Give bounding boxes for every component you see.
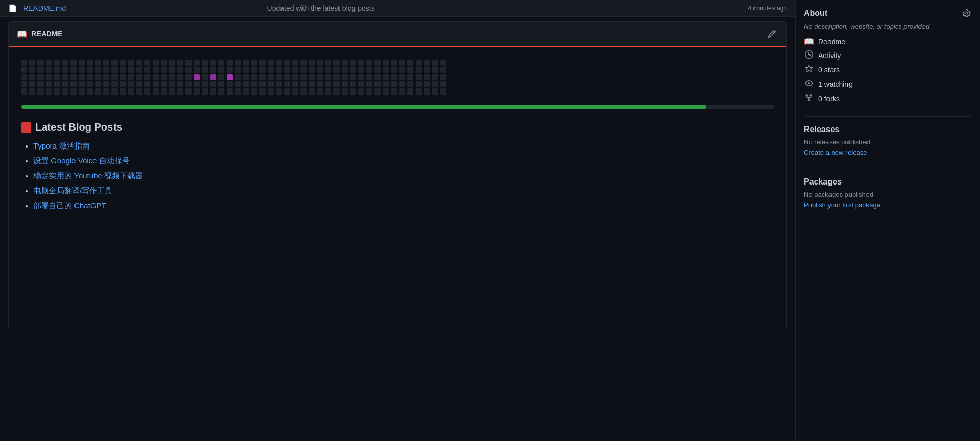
- readme-link-row[interactable]: 📖 Readme: [804, 36, 972, 46]
- dot-cell: [185, 81, 192, 87]
- dot-cell: [325, 81, 331, 87]
- dot-cell: [227, 67, 233, 73]
- star-icon: [804, 65, 814, 75]
- watching-link[interactable]: 1 watching: [818, 80, 853, 88]
- about-settings-button[interactable]: [962, 8, 972, 19]
- dot-cell: [366, 67, 372, 73]
- dot-cell: [87, 60, 93, 66]
- sidebar-divider-2: [804, 169, 972, 169]
- dot-cell: [268, 74, 274, 80]
- dot-cell: [251, 67, 257, 73]
- blog-list-item: 电脑全局翻译/写作工具: [33, 186, 774, 196]
- dot-cell: [185, 60, 192, 66]
- dot-cell: [79, 74, 85, 80]
- dot-cell: [218, 88, 224, 95]
- dot-cell: [54, 67, 60, 73]
- dot-cell: [292, 67, 298, 73]
- dot-cell: [70, 88, 77, 95]
- dot-cell: [29, 88, 35, 95]
- dot-cell: [153, 74, 159, 80]
- dot-cell: [161, 60, 167, 66]
- dot-cell: [416, 67, 422, 73]
- dot-cell: [284, 60, 290, 66]
- dot-cell: [235, 81, 241, 87]
- dot-cell: [227, 60, 233, 66]
- dot-cell: [358, 81, 364, 87]
- dot-cell: [128, 74, 134, 80]
- dot-cell: [46, 60, 52, 66]
- dot-cell: [120, 67, 126, 73]
- blog-icon: [21, 122, 31, 133]
- file-name[interactable]: README.md: [23, 4, 261, 12]
- forks-link[interactable]: 0 forks: [818, 95, 840, 103]
- dot-cell: [87, 81, 93, 87]
- dot-cell: [144, 67, 150, 73]
- activity-link[interactable]: Activity: [818, 51, 841, 60]
- blog-post-link[interactable]: 电脑全局翻译/写作工具: [33, 186, 112, 195]
- dot-cell: [292, 88, 298, 95]
- blog-section-title: Latest Blog Posts: [21, 121, 774, 133]
- dot-cell: [432, 88, 438, 95]
- blog-post-link[interactable]: Typora 激活指南: [33, 141, 90, 150]
- dot-cell: [284, 74, 290, 80]
- dot-cell: [194, 81, 200, 87]
- activity-link-row[interactable]: Activity: [804, 50, 972, 61]
- dot-cell: [399, 67, 405, 73]
- blog-list: Typora 激活指南设置 Google Voice 自动保号稳定实用的 You…: [21, 141, 774, 211]
- dot-cell: [317, 60, 323, 66]
- dot-cell: [309, 74, 315, 80]
- create-release-link[interactable]: Create a new release: [804, 149, 868, 156]
- dot-cell: [391, 81, 397, 87]
- dot-cell: [416, 74, 422, 80]
- blog-post-link[interactable]: 设置 Google Voice 自动保号: [33, 156, 130, 165]
- dot-cell: [407, 88, 413, 95]
- blog-list-item: 部署自己的 ChatGPT: [33, 201, 774, 211]
- watching-link-row[interactable]: 1 watching: [804, 79, 972, 89]
- dot-cell: [95, 74, 101, 80]
- dot-cell: [153, 60, 159, 66]
- blog-post-link[interactable]: 部署自己的 ChatGPT: [33, 201, 106, 210]
- stars-link-row[interactable]: 0 stars: [804, 65, 972, 75]
- dot-cell: [383, 67, 389, 73]
- dot-cell: [432, 60, 438, 66]
- dot-cell: [136, 74, 142, 80]
- dot-cell: [407, 74, 413, 80]
- file-row: 📄 README.md Updated with the latest blog…: [0, 0, 795, 17]
- dot-cell: [46, 67, 52, 73]
- publish-package-link[interactable]: Publish your first package: [804, 201, 880, 209]
- dot-cell: [350, 67, 356, 73]
- dot-cell: [169, 60, 175, 66]
- dot-cell: [432, 74, 438, 80]
- dot-cell: [128, 88, 134, 95]
- no-packages-text: No packages published: [804, 191, 972, 198]
- dot-cell: [342, 74, 348, 80]
- blog-post-link[interactable]: 稳定实用的 Youtube 视频下载器: [33, 171, 143, 180]
- dot-cell: [440, 88, 446, 95]
- dot-cell: [251, 74, 257, 80]
- releases-title: Releases: [804, 125, 972, 134]
- dot-cell: [95, 60, 101, 66]
- dot-cell: [37, 81, 44, 87]
- dot-cell: [407, 67, 413, 73]
- dot-cell: [87, 74, 93, 80]
- dot-cell: [202, 74, 208, 80]
- dot-cell: [416, 88, 422, 95]
- readme-edit-button[interactable]: [766, 28, 778, 40]
- dot-cell: [309, 88, 315, 95]
- dot-cell: [153, 67, 159, 73]
- dot-cell: [407, 60, 413, 66]
- dot-cell: [325, 88, 331, 95]
- dot-cell: [374, 74, 381, 80]
- forks-link-row[interactable]: 0 forks: [804, 94, 972, 104]
- dot-cell: [276, 74, 282, 80]
- stars-link[interactable]: 0 stars: [818, 66, 840, 74]
- dot-cell: [243, 67, 249, 73]
- dot-cell: [342, 67, 348, 73]
- dot-cell: [300, 60, 307, 66]
- dot-cell: [79, 88, 85, 95]
- dot-cell: [54, 88, 60, 95]
- readme-link[interactable]: Readme: [818, 38, 845, 46]
- dot-cell: [374, 81, 381, 87]
- dot-cell: [350, 60, 356, 66]
- dot-cell: [111, 60, 118, 66]
